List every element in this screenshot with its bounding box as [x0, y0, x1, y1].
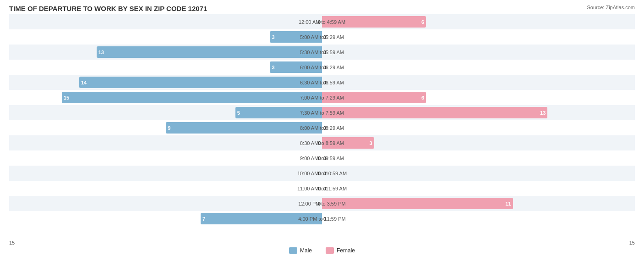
female-side: 6 [322, 16, 582, 28]
bar-section: 0 12:00 AM to 4:59 AM 6 [9, 14, 635, 29]
chart-row: 0 8:30 AM to 8:59 AM 3 [9, 135, 635, 150]
row-label: 12:00 AM to 4:59 AM [299, 19, 345, 25]
chart-area: 0 12:00 AM to 4:59 AM 6 3 [9, 14, 635, 239]
female-side: 11 [322, 198, 582, 209]
chart-row: 15 7:00 AM to 7:29 AM 6 [9, 90, 635, 105]
chart-row: 0 10:00 AM to 10:59 AM 0 [9, 166, 635, 181]
chart-row: 0 12:00 PM to 3:59 PM 11 [9, 196, 635, 211]
chart-container: TIME OF DEPARTURE TO WORK BY SEX IN ZIP … [0, 0, 644, 273]
legend-female-box [326, 247, 334, 254]
male-bar: 13 [97, 46, 322, 58]
row-label: 4:00 PM to 11:59 PM [298, 216, 345, 222]
bar-section: 3 6:00 AM to 6:29 AM 0 [9, 60, 635, 75]
male-side: 13 [62, 46, 322, 58]
axis-right: 15 [629, 240, 635, 245]
chart-row: 14 6:30 AM to 6:59 AM 0 [9, 75, 635, 90]
male-side: 0 [62, 137, 322, 149]
female-side: 0 [322, 31, 582, 43]
bar-section: 0 9:00 AM to 9:59 AM 0 [9, 150, 635, 166]
chart-row: 13 5:30 AM to 5:59 AM 0 [9, 45, 635, 60]
male-bar: 15 [62, 92, 322, 103]
legend-female: Female [326, 247, 355, 254]
axis-labels: 15 15 [9, 240, 635, 245]
source-text: Source: ZipAtlas.com [587, 5, 635, 10]
male-side: 3 [62, 61, 322, 73]
female-value: 3 [369, 140, 372, 146]
bar-section: 0 10:00 AM to 10:59 AM 0 [9, 166, 635, 181]
row-label: 12:00 PM to 3:59 PM [298, 201, 345, 206]
bar-section: 0 12:00 PM to 3:59 PM 11 [9, 196, 635, 211]
male-value: 5 [237, 110, 240, 116]
row-label: 6:00 AM to 6:29 AM [300, 65, 344, 70]
male-side: 0 [62, 198, 322, 209]
male-value: 3 [272, 34, 274, 40]
male-side: 5 [62, 107, 322, 118]
chart-row: 3 5:00 AM to 5:29 AM 0 [9, 29, 635, 45]
legend-female-label: Female [337, 247, 355, 254]
row-label: 8:00 AM to 8:29 AM [300, 125, 344, 131]
legend: Male Female [9, 247, 635, 254]
bar-section: 9 8:00 AM to 8:29 AM 0 [9, 120, 635, 135]
male-value: 3 [272, 65, 274, 70]
female-side: 0 [322, 77, 582, 88]
male-bar: 14 [79, 77, 322, 88]
male-value: 14 [81, 80, 87, 85]
male-side: 0 [62, 152, 322, 164]
bar-section: 0 11:00 AM to 11:59 AM 0 [9, 181, 635, 196]
male-side: 14 [62, 77, 322, 88]
bar-section: 7 4:00 PM to 11:59 PM 0 [9, 211, 635, 226]
female-value: 6 [421, 95, 424, 100]
row-label: 10:00 AM to 10:59 AM [297, 171, 347, 176]
row-label: 5:30 AM to 5:59 AM [300, 50, 344, 55]
bar-section: 15 7:00 AM to 7:29 AM 6 [9, 90, 635, 105]
male-side: 3 [62, 31, 322, 43]
female-side: 0 [322, 61, 582, 73]
bar-section: 13 5:30 AM to 5:59 AM 0 [9, 45, 635, 60]
row-label: 7:00 AM to 7:29 AM [300, 95, 344, 100]
female-bar: 11 [322, 198, 513, 209]
bar-section: 14 6:30 AM to 6:59 AM 0 [9, 75, 635, 90]
legend-male: Male [289, 247, 312, 254]
bar-section: 0 8:30 AM to 8:59 AM 3 [9, 135, 635, 150]
axis-left: 15 [9, 240, 15, 245]
row-label: 11:00 AM to 11:59 AM [297, 186, 347, 191]
row-label: 8:30 AM to 8:59 AM [300, 140, 344, 146]
bar-section: 5 7:30 AM to 7:59 AM 13 [9, 105, 635, 120]
chart-title: TIME OF DEPARTURE TO WORK BY SEX IN ZIP … [9, 5, 635, 12]
bar-section: 3 5:00 AM to 5:29 AM 0 [9, 29, 635, 45]
male-side: 0 [62, 183, 322, 194]
chart-row: 0 12:00 AM to 4:59 AM 6 [9, 14, 635, 29]
male-side: 15 [62, 92, 322, 103]
chart-row: 0 11:00 AM to 11:59 AM 0 [9, 181, 635, 196]
female-side: 0 [322, 152, 582, 164]
male-bar: 9 [166, 122, 322, 134]
legend-male-label: Male [300, 247, 312, 254]
female-side: 0 [322, 183, 582, 194]
female-side: 0 [322, 167, 582, 179]
male-side: 7 [62, 213, 322, 224]
male-side: 0 [62, 167, 322, 179]
female-value: 11 [505, 201, 511, 206]
female-side: 0 [322, 122, 582, 134]
chart-row: 9 8:00 AM to 8:29 AM 0 [9, 120, 635, 135]
male-value: 7 [202, 216, 205, 222]
female-side: 13 [322, 107, 582, 118]
chart-row: 0 9:00 AM to 9:59 AM 0 [9, 150, 635, 166]
female-side: 0 [322, 213, 582, 224]
row-label: 6:30 AM to 6:59 AM [300, 80, 344, 85]
chart-row: 5 7:30 AM to 7:59 AM 13 [9, 105, 635, 120]
row-label: 5:00 AM to 5:29 AM [300, 34, 344, 40]
female-side: 6 [322, 92, 582, 103]
female-bar: 13 [322, 107, 547, 118]
male-side: 0 [62, 16, 322, 28]
male-value: 13 [98, 50, 104, 55]
female-side: 0 [322, 46, 582, 58]
chart-row: 7 4:00 PM to 11:59 PM 0 [9, 211, 635, 226]
male-value: 9 [168, 125, 170, 131]
female-value: 13 [540, 110, 546, 116]
female-side: 3 [322, 137, 582, 149]
chart-row: 3 6:00 AM to 6:29 AM 0 [9, 60, 635, 75]
legend-male-box [289, 247, 297, 254]
female-value: 6 [421, 19, 424, 25]
row-label: 7:30 AM to 7:59 AM [300, 110, 344, 116]
